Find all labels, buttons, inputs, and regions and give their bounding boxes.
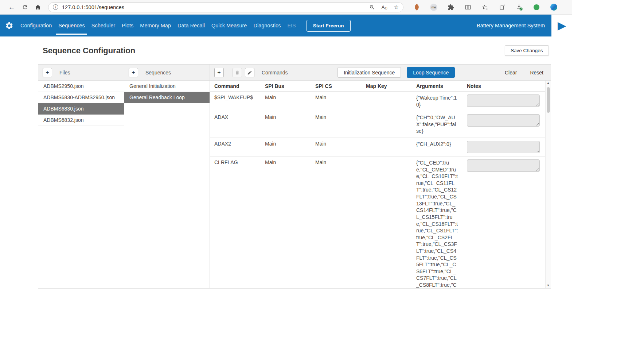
home-icon[interactable]	[33, 2, 43, 12]
spi-cs-cell: Main	[315, 114, 366, 120]
extension-leaf-icon[interactable]	[413, 4, 420, 11]
command-row[interactable]: ADAX2 Main Main {"CH_AUX2":0}	[210, 138, 551, 157]
files-panel: + Files ADBMS2950.json ADBMS6830-ADBMS29…	[38, 64, 124, 289]
file-item[interactable]: ADBMS6830-ADBMS2950.json	[38, 92, 124, 103]
nav-item-sequences[interactable]: Sequences	[55, 15, 88, 36]
favorite-star-icon[interactable]: ☆	[394, 4, 399, 11]
edge-logo-icon[interactable]	[550, 4, 557, 11]
spi-bus-cell: Main	[265, 159, 315, 165]
play-icon: ▶	[558, 20, 566, 31]
profile-badge[interactable]: me	[430, 4, 437, 11]
sequences-panel: + Sequences General Initialization Gener…	[124, 64, 210, 289]
app-navbar: Configuration Sequences Scheduler Plots …	[0, 15, 572, 36]
notes-textarea[interactable]	[467, 94, 540, 107]
vertical-scrollbar[interactable]: ▲ ▼	[545, 81, 551, 288]
command-cell: ADAX	[214, 114, 265, 120]
favorites-bar-icon[interactable]	[481, 4, 489, 11]
column-header-spi-bus: SPI Bus	[265, 83, 315, 89]
gear-icon[interactable]	[5, 22, 13, 30]
files-panel-header: + Files	[38, 65, 124, 81]
read-aloud-icon[interactable]: A))	[382, 4, 388, 10]
address-bar[interactable]: i 127.0.0.1:5001/sequences A)) ☆	[48, 2, 403, 12]
nav-item-plots[interactable]: Plots	[118, 15, 137, 36]
notes-textarea[interactable]	[467, 114, 540, 127]
extensions-puzzle-icon[interactable]	[447, 4, 454, 11]
scroll-down-icon[interactable]: ▼	[547, 283, 550, 288]
commands-panel: + Commands Initialization Sequence Loop …	[210, 64, 551, 289]
spi-cs-cell: Main	[315, 94, 366, 100]
pencil-icon	[247, 70, 252, 75]
file-item-selected[interactable]: ADBMS6830.json	[38, 103, 124, 115]
downloads-icon[interactable]	[516, 4, 523, 11]
nav-item-diagnostics[interactable]: Diagnostics	[250, 15, 284, 36]
save-changes-button[interactable]: Save Changes	[505, 45, 549, 56]
sequence-item-selected[interactable]: General Readback Loop	[124, 92, 210, 103]
nav-item-eis: EIS	[284, 15, 299, 36]
command-row[interactable]: CLRFLAG Main Main {"CL_CED":true,"CL_CME…	[210, 157, 551, 288]
arguments-cell: {"CL_CED":true,"CL_CMED":true,"CL_CS10FL…	[416, 159, 467, 288]
notes-textarea[interactable]	[467, 141, 540, 153]
scrollbar-thumb[interactable]	[547, 87, 550, 113]
file-item[interactable]: ADBMS6832.json	[38, 115, 124, 126]
nav-item-data-recall[interactable]: Data Recall	[174, 15, 208, 36]
brand-title: Battery Management System	[477, 23, 545, 28]
nav-item-configuration[interactable]: Configuration	[17, 15, 55, 36]
loop-sequence-button[interactable]: Loop Sequence	[407, 67, 455, 78]
clear-button[interactable]: Clear	[505, 70, 517, 76]
site-info-icon[interactable]: i	[53, 4, 58, 10]
back-icon[interactable]: ←	[7, 2, 17, 12]
commands-panel-label: Commands	[262, 70, 288, 76]
browser-window: ← i 127.0.0.1:5001/sequences A)) ☆ me	[0, 0, 572, 340]
sequence-item[interactable]: General Initialization	[124, 81, 210, 92]
column-header-arguments: Arguments	[416, 83, 467, 89]
refresh-icon[interactable]	[20, 2, 30, 12]
start-freerun-button[interactable]: Start Freerun	[307, 20, 351, 32]
commands-toolbar: + Commands Initialization Sequence Loop …	[210, 65, 551, 81]
column-header-map-key: Map Key	[366, 83, 416, 89]
column-header-notes: Notes	[467, 83, 542, 89]
spi-cs-cell: Main	[315, 159, 366, 165]
command-cell: $SPI_WAKEUP$	[214, 94, 265, 100]
panels: + Files ADBMS2950.json ADBMS6830-ADBMS29…	[38, 64, 551, 289]
command-cell: CLRFLAG	[214, 159, 265, 165]
extension-green-icon[interactable]	[533, 4, 540, 11]
spi-bus-cell: Main	[265, 114, 315, 120]
scroll-up-icon[interactable]: ▲	[547, 81, 550, 86]
nav-item-scheduler[interactable]: Scheduler	[88, 15, 118, 36]
add-command-button[interactable]: +	[214, 68, 224, 77]
browser-toolbar: ← i 127.0.0.1:5001/sequences A)) ☆ me	[0, 0, 572, 15]
trash-icon	[235, 70, 240, 75]
arguments-cell: {"Wakeup Time":10}	[416, 94, 467, 108]
arguments-cell: {"CH":0,"OW_AUX":false,"PUP":false}	[416, 114, 467, 135]
spi-cs-cell: Main	[315, 141, 366, 147]
split-screen-icon[interactable]	[464, 4, 472, 11]
edit-command-button[interactable]	[245, 68, 254, 77]
reset-button[interactable]: Reset	[530, 70, 543, 76]
command-row[interactable]: $SPI_WAKEUP$ Main Main {"Wakeup Time":10…	[210, 92, 551, 111]
nav-item-quick-measure[interactable]: Quick Measure	[208, 15, 250, 36]
file-item[interactable]: ADBMS2950.json	[38, 81, 124, 92]
zoom-out-icon[interactable]	[368, 4, 376, 11]
collections-icon[interactable]	[499, 4, 506, 11]
arguments-cell: {"CH_AUX2":0}	[416, 141, 467, 148]
toolbar-extension-icons: me	[413, 4, 557, 11]
delete-command-button[interactable]	[233, 68, 242, 77]
spi-bus-cell: Main	[265, 141, 315, 147]
files-panel-label: Files	[59, 70, 70, 76]
column-header-spi-cs: SPI CS	[315, 83, 366, 89]
notes-textarea[interactable]	[467, 159, 540, 172]
column-header-command: Command	[214, 83, 265, 89]
initialization-sequence-button[interactable]: Initialization Sequence	[337, 67, 401, 78]
sequences-panel-header: + Sequences	[124, 65, 210, 81]
play-button[interactable]: ▶	[551, 15, 572, 36]
spi-bus-cell: Main	[265, 94, 315, 100]
page-title: Sequence Configuration	[43, 46, 135, 55]
add-file-button[interactable]: +	[43, 68, 52, 77]
commands-table-header: Command SPI Bus SPI CS Map Key Arguments…	[210, 81, 551, 92]
sequences-panel-label: Sequences	[145, 70, 171, 76]
url-text: 127.0.0.1:5001/sequences	[62, 4, 124, 10]
command-row[interactable]: ADAX Main Main {"CH":0,"OW_AUX":false,"P…	[210, 111, 551, 138]
nav-item-memory-map[interactable]: Memory Map	[137, 15, 174, 36]
commands-table: Command SPI Bus SPI CS Map Key Arguments…	[210, 81, 551, 288]
add-sequence-button[interactable]: +	[129, 68, 138, 77]
